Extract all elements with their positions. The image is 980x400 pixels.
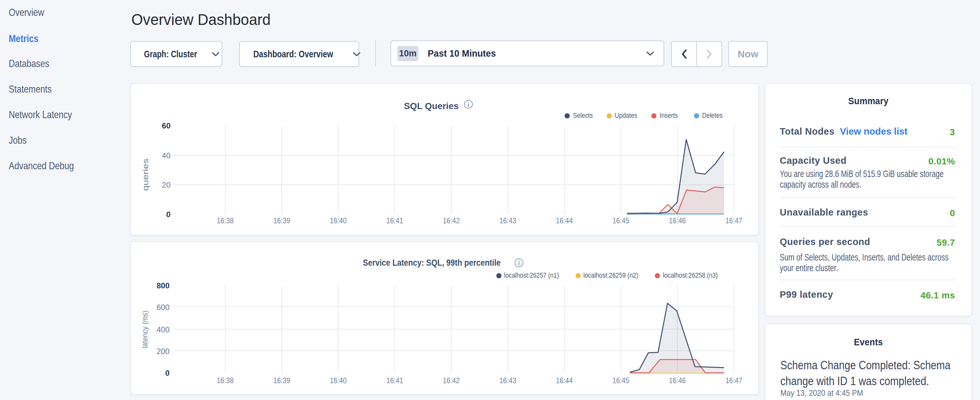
svg-text:16:39: 16:39 [274,216,290,225]
svg-text:16:40: 16:40 [330,376,347,385]
svg-text:0: 0 [165,369,170,377]
svg-text:16:46: 16:46 [669,376,686,385]
svg-text:16:46: 16:46 [669,216,686,225]
svg-text:0: 0 [166,210,170,219]
svg-text:queries: queries [141,159,150,191]
svg-text:16:41: 16:41 [386,376,403,385]
svg-text:16:47: 16:47 [725,216,742,225]
svg-text:16:43: 16:43 [500,376,516,385]
svg-text:16:45: 16:45 [612,216,629,225]
svg-text:16:45: 16:45 [612,376,629,385]
svg-text:16:42: 16:42 [443,216,460,225]
svg-text:800: 800 [157,281,170,290]
svg-text:16:42: 16:42 [443,376,460,385]
svg-text:16:44: 16:44 [556,376,573,385]
svg-text:latency (ms): latency (ms) [140,311,149,349]
svg-text:200: 200 [157,347,170,356]
svg-text:60: 60 [162,121,170,130]
svg-text:40: 40 [162,151,170,160]
svg-text:20: 20 [162,180,170,189]
svg-text:16:40: 16:40 [330,216,347,225]
svg-text:16:38: 16:38 [217,216,234,225]
svg-text:16:39: 16:39 [274,376,290,385]
svg-text:16:47: 16:47 [725,376,742,385]
svg-text:16:43: 16:43 [500,216,516,225]
svg-text:600: 600 [157,303,170,312]
svg-text:400: 400 [157,325,170,334]
svg-text:16:44: 16:44 [556,216,573,225]
svg-text:16:38: 16:38 [217,376,234,385]
svg-text:16:41: 16:41 [386,216,403,225]
